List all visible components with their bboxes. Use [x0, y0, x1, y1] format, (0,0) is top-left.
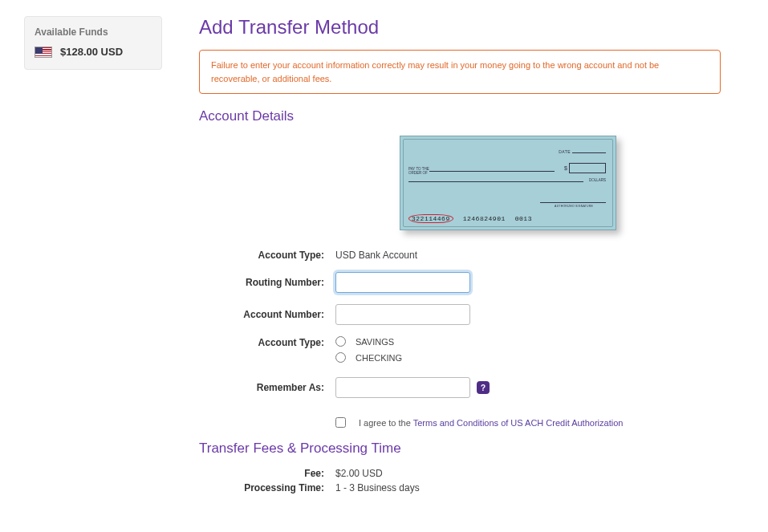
processing-time-value: 1 - 3 Business days	[335, 482, 420, 493]
check-payto-line	[429, 171, 555, 172]
check-micr-line: 322114469 1246824901 0013	[408, 214, 609, 223]
available-funds-card: Available Funds $128.00 USD	[24, 16, 162, 70]
remember-as-label: Remember As:	[199, 382, 335, 393]
available-funds-amount: $128.00 USD	[60, 46, 123, 58]
check-account-number: 1246824901	[463, 215, 506, 222]
funds-row: $128.00 USD	[35, 46, 152, 58]
check-dollars-label: DOLLARS	[589, 178, 606, 182]
account-number-input[interactable]	[335, 304, 470, 325]
account-type-label: Account Type:	[199, 250, 335, 261]
sidebar: Available Funds $128.00 USD	[24, 16, 162, 532]
fee-label: Fee:	[199, 468, 335, 479]
checking-radio[interactable]	[335, 352, 346, 363]
us-flag-icon	[35, 47, 52, 58]
fees-heading: Transfer Fees & Processing Time	[199, 441, 721, 457]
routing-number-label: Routing Number:	[199, 277, 335, 288]
page-title: Add Transfer Method	[199, 16, 721, 39]
processing-time-label: Processing Time:	[199, 482, 335, 493]
check-signature-line	[540, 202, 606, 203]
main-content: Add Transfer Method Failure to enter you…	[199, 16, 721, 532]
checking-option[interactable]: CHECKING	[335, 352, 402, 363]
account-number-label: Account Number:	[199, 309, 335, 320]
check-date-label: DATE	[559, 149, 606, 154]
savings-label: SAVINGS	[356, 337, 394, 347]
check-signature-label: AUTHORIZED SIGNATURE	[555, 205, 593, 208]
account-details-heading: Account Details	[199, 108, 721, 124]
remember-as-input[interactable]	[335, 377, 470, 398]
fee-value: $2.00 USD	[335, 468, 383, 479]
available-funds-title: Available Funds	[35, 26, 152, 38]
agree-checkbox[interactable]	[335, 417, 346, 428]
savings-radio[interactable]	[335, 336, 346, 347]
routing-number-input[interactable]	[335, 272, 470, 293]
savings-option[interactable]: SAVINGS	[335, 336, 402, 347]
check-routing-highlight: 322114469	[408, 214, 453, 223]
check-amount-box	[569, 163, 606, 173]
check-payto-label: PAY TO THEORDER OF	[408, 167, 429, 175]
agree-text: I agree to the Terms and Conditions of U…	[359, 418, 623, 428]
warning-alert: Failure to enter your account informatio…	[199, 50, 721, 94]
checking-label: CHECKING	[356, 353, 402, 363]
sample-check-wrap: DATE PAY TO THEORDER OF $ DOLLARS AUTHOR…	[295, 136, 721, 230]
account-type-value: USD Bank Account	[335, 250, 417, 261]
sample-check-image: DATE PAY TO THEORDER OF $ DOLLARS AUTHOR…	[400, 136, 616, 230]
help-icon[interactable]: ?	[477, 381, 490, 394]
terms-link[interactable]: Terms and Conditions of US ACH Credit Au…	[413, 418, 624, 428]
check-dollar-sign: $	[564, 165, 567, 171]
check-check-number: 0013	[515, 215, 532, 222]
check-words-line	[408, 181, 583, 182]
account-type2-label: Account Type:	[199, 336, 335, 348]
